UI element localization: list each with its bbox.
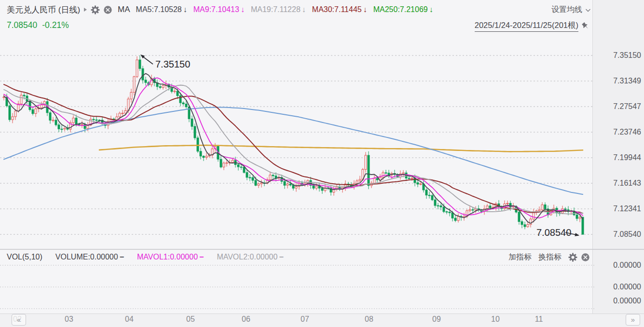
ma-legend: MA5:7.10528↓MA9:7.10413↓MA19:7.11228↓MA3… (136, 5, 439, 14)
date-range-row: 2025/1/24-2025/11/25(201根) (475, 20, 590, 32)
switch-indicator-button[interactable]: 换指标 (538, 252, 562, 262)
time-axis-label: 10 (486, 315, 505, 324)
time-axis-label: 04 (120, 315, 139, 324)
vol-settings-gear-icon[interactable] (568, 253, 577, 262)
volume-axis-label: 0.00000 (596, 282, 641, 292)
date-range-link[interactable]: 2025/1/24-2025/11/25(201根) (475, 20, 578, 32)
time-axis-label: 08 (359, 315, 379, 324)
price-axis-label: 7.35150 (596, 50, 641, 61)
ma-settings-label: 设置均线 (551, 5, 582, 15)
time-axis-label: 06 (236, 315, 256, 324)
ma-legend-item-ma5: MA5:7.10528↓ (136, 5, 187, 14)
annotation-low: 7.08540 (536, 227, 571, 238)
caret-right-icon[interactable] (84, 8, 87, 12)
chart-canvas[interactable]: 7.351507.08540 (0, 0, 644, 327)
vol-legend-item-volume: VOLUME:0.00000− (55, 253, 124, 261)
volume-header-actions: 加指标 换指标 (508, 251, 590, 263)
chart-window: 7.351507.08540 美元兑人民币 (日线) MA MA5:7.1052… (0, 0, 644, 327)
price-axis-label: 7.27547 (596, 101, 641, 112)
volume-axis-label: 0.00000 (596, 260, 641, 271)
ma-legend-item-ma30: MA30:7.11445↓ (312, 5, 367, 14)
chart-header: 美元兑人民币 (日线) MA MA5:7.10528↓MA9:7.10413↓M… (7, 4, 439, 15)
time-axis-label: 03 (59, 315, 79, 324)
price-axis-label: 7.31349 (596, 76, 641, 86)
price-axis-label: 7.23746 (596, 127, 641, 137)
chevron-down-icon (585, 8, 591, 12)
settings-gear-icon[interactable] (91, 5, 100, 14)
volume-axis-label: 0.00000 (596, 296, 641, 306)
pin-icon[interactable] (581, 22, 590, 30)
vol-indicator-label: VOL(5,10) (7, 253, 42, 261)
close-circle-icon[interactable] (103, 5, 112, 14)
annotation-high: 7.35150 (155, 59, 190, 69)
ma-group-label: MA (118, 5, 130, 14)
price-change: -0.21% (42, 20, 69, 30)
price-axis-label: 7.12341 (596, 204, 641, 214)
vol-close-circle-icon[interactable] (581, 253, 590, 262)
ma-settings-button[interactable]: 设置均线 (551, 5, 591, 15)
time-axis-label: 11 (529, 315, 548, 324)
time-axis-label: 07 (295, 315, 315, 324)
price-axis-label: 7.16143 (596, 178, 641, 189)
last-price: 7.08540 (7, 20, 37, 30)
vol-legend: VOLUME:0.00000−MAVOL1:0.00000−MAVOL2:0.0… (49, 253, 290, 261)
price-axis-label: 7.08540 (596, 229, 641, 240)
scroll-left-button[interactable]: « (12, 314, 26, 326)
ma-legend-item-ma250: MA250:7.21069↓ (373, 5, 433, 14)
vol-legend-item-mavol2: MAVOL2:0.00000− (217, 253, 283, 261)
add-indicator-button[interactable]: 加指标 (508, 252, 532, 262)
vol-legend-item-mavol1: MAVOL1:0.00000− (137, 253, 204, 261)
instrument-title: 美元兑人民币 (日线) (7, 4, 80, 15)
price-row: 7.08540 -0.21% (7, 19, 69, 31)
time-axis-label: 09 (427, 315, 446, 324)
scroll-right-button[interactable]: » (626, 314, 640, 326)
price-axis-label: 7.19944 (596, 152, 641, 163)
ma-legend-item-ma19: MA19:7.11228↓ (251, 5, 306, 14)
ma-legend-item-ma9: MA9:7.10413↓ (193, 5, 245, 14)
time-axis-label: 05 (181, 315, 200, 324)
volume-header: VOL(5,10) VOLUME:0.00000−MAVOL1:0.00000−… (7, 251, 290, 263)
